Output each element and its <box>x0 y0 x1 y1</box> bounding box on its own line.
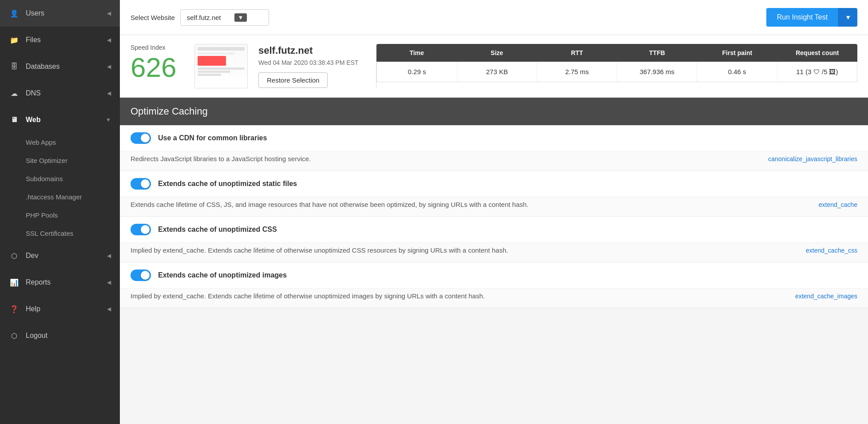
stats-section: Speed Index 626 self.futz.net Wed 04 Mar… <box>120 35 868 98</box>
toggle-label-1: Extends cache of unoptimized static file… <box>158 180 297 188</box>
metric-val-time: 0.29 s <box>377 62 457 82</box>
toggle-main: Extends cache of unoptimized CSS <box>120 217 868 242</box>
toggle-desc-text-1: Extends cache lifetime of CSS, JS, and i… <box>131 201 810 208</box>
toggle-label-0: Use a CDN for common libraries <box>158 134 267 142</box>
sidebar-item-logout[interactable]: ⬡ Logout <box>0 322 120 349</box>
web-icon: 🖥 <box>9 115 20 125</box>
toggle-link-3[interactable]: extend_cache_images <box>795 293 857 300</box>
sidebar-arrow: ◀ <box>107 37 111 43</box>
sidebar-item-label: Logout <box>26 332 48 340</box>
toggle-switch-1[interactable] <box>131 178 151 190</box>
metric-col-size: Size <box>457 44 537 62</box>
preview-bar <box>198 67 245 70</box>
preview-bar <box>198 52 235 55</box>
sidebar-arrow: ◀ <box>107 306 111 312</box>
toggle-link-0[interactable]: canonicalize_javascript_libraries <box>768 155 857 162</box>
sidebar-arrow: ◀ <box>107 90 111 96</box>
sidebar-arrow: ◀ <box>107 279 111 285</box>
toggle-row: Extends cache of unoptimized images Impl… <box>120 262 868 308</box>
sidebar-sub-item-subdomains[interactable]: Subdomains <box>26 170 120 188</box>
restore-selection-button[interactable]: Restore Selection <box>258 72 328 88</box>
databases-icon: 🗄 <box>9 61 20 72</box>
logout-icon: ⬡ <box>9 330 20 341</box>
chevron-down-icon: ▼ <box>234 13 247 22</box>
run-insight-button[interactable]: Run Insight Test <box>766 8 838 27</box>
metrics-header: Time Size RTT TTFB First paint Request c… <box>377 44 857 62</box>
preview-bar <box>198 56 226 66</box>
dns-icon: ☁ <box>9 88 20 99</box>
sidebar-item-databases[interactable]: 🗄 Databases ◀ <box>0 53 120 80</box>
toggle-link-2[interactable]: extend_cache_css <box>806 247 857 254</box>
toggle-switch-0[interactable] <box>131 132 151 144</box>
sidebar-sub-item-siteoptimizer[interactable]: Site Optimizer <box>26 151 120 170</box>
toggle-link-1[interactable]: extend_cache <box>819 201 857 208</box>
sidebar-sub-item-webapps[interactable]: Web Apps <box>26 133 120 151</box>
toggle-switch-3[interactable] <box>131 269 151 281</box>
toggle-desc-text-2: Implied by extend_cache. Extends cache l… <box>131 246 797 254</box>
toggle-switch-2[interactable] <box>131 224 151 235</box>
metric-val-firstpaint: 0.46 s <box>697 62 777 82</box>
sidebar-item-label: Web <box>26 116 40 124</box>
metric-col-requestcount: Request count <box>777 44 857 62</box>
speed-label: Speed Index <box>131 44 184 51</box>
metric-val-requestcount: 11 (3 🛡 /5 🖼) <box>777 62 857 82</box>
main-content: Select Website self.futz.net ▼ Run Insig… <box>120 0 868 424</box>
files-icon: 📁 <box>9 35 20 45</box>
sidebar-item-dev[interactable]: ⬡ Dev ◀ <box>0 242 120 269</box>
toggle-main: Use a CDN for common libraries <box>120 125 868 151</box>
toggle-desc-2: Implied by extend_cache. Extends cache l… <box>120 242 868 262</box>
web-submenu: Web Apps Site Optimizer Subdomains .htac… <box>0 133 120 242</box>
metric-val-rtt: 2.75 ms <box>537 62 617 82</box>
select-website-label: Select Website <box>131 14 175 21</box>
toggle-desc-3: Implied by extend_cache. Extends cache l… <box>120 288 868 308</box>
metric-val-size: 273 KB <box>457 62 537 82</box>
preview-bar <box>198 71 230 73</box>
metric-col-ttfb: TTFB <box>617 44 697 62</box>
sidebar: 👤 Users ◀ 📁 Files ◀ 🗄 Databases ◀ ☁ DNS … <box>0 0 120 424</box>
sidebar-item-label: Reports <box>26 278 51 286</box>
toggle-desc-0: Redirects JavaScript libraries to a Java… <box>120 151 868 170</box>
topbar: Select Website self.futz.net ▼ Run Insig… <box>120 0 868 35</box>
speed-index: Speed Index 626 <box>131 44 184 88</box>
sidebar-item-label: Files <box>26 36 41 44</box>
sidebar-item-dns[interactable]: ☁ DNS ◀ <box>0 80 120 107</box>
sidebar-sub-item-phppools[interactable]: PHP Pools <box>26 206 120 224</box>
website-select[interactable]: self.futz.net ▼ <box>180 9 269 26</box>
toggle-row: Extends cache of unoptimized static file… <box>120 171 868 217</box>
site-info: self.futz.net Wed 04 Mar 2020 03:38:43 P… <box>258 44 358 88</box>
metric-col-rtt: RTT <box>537 44 617 62</box>
run-insight-container: Run Insight Test ▼ <box>766 8 857 27</box>
sidebar-item-users[interactable]: 👤 Users ◀ <box>0 0 120 27</box>
sidebar-item-files[interactable]: 📁 Files ◀ <box>0 27 120 53</box>
preview-bar <box>198 74 221 76</box>
sidebar-item-reports[interactable]: 📊 Reports ◀ <box>0 269 120 296</box>
reports-icon: 📊 <box>9 277 20 288</box>
selected-website-text: self.futz.net <box>187 14 221 21</box>
metrics-values: 0.29 s 273 KB 2.75 ms 367.936 ms 0.46 s … <box>377 62 857 82</box>
toggles-container: Use a CDN for common libraries Redirects… <box>120 125 868 308</box>
speed-value: 626 <box>131 54 184 81</box>
help-icon: ❓ <box>9 304 20 314</box>
site-preview <box>194 44 248 88</box>
run-insight-dropdown-button[interactable]: ▼ <box>838 8 857 27</box>
sidebar-arrow: ◀ <box>107 63 111 70</box>
metric-col-firstpaint: First paint <box>697 44 777 62</box>
metrics-table: Time Size RTT TTFB First paint Request c… <box>376 44 857 88</box>
preview-bar <box>198 47 245 51</box>
sidebar-sub-item-htaccess[interactable]: .htaccess Manager <box>26 188 120 206</box>
toggle-row: Use a CDN for common libraries Redirects… <box>120 125 868 171</box>
sidebar-item-label: DNS <box>26 89 41 97</box>
toggle-label-3: Extends cache of unoptimized images <box>158 271 287 279</box>
sidebar-item-label: Databases <box>26 63 60 71</box>
toggle-desc-text-0: Redirects JavaScript libraries to a Java… <box>131 155 759 162</box>
toggle-row: Extends cache of unoptimized CSS Implied… <box>120 217 868 262</box>
metric-val-ttfb: 367.936 ms <box>617 62 697 82</box>
sidebar-sub-item-ssl[interactable]: SSL Certificates <box>26 224 120 242</box>
sidebar-arrow: ◀ <box>107 10 111 16</box>
sidebar-item-help[interactable]: ❓ Help ◀ <box>0 296 120 322</box>
metric-col-time: Time <box>377 44 456 62</box>
section-header: Optimize Caching <box>120 98 868 125</box>
toggle-main: Extends cache of unoptimized images <box>120 262 868 288</box>
toggle-main: Extends cache of unoptimized static file… <box>120 171 868 197</box>
sidebar-item-web[interactable]: 🖥 Web ▼ <box>0 107 120 133</box>
